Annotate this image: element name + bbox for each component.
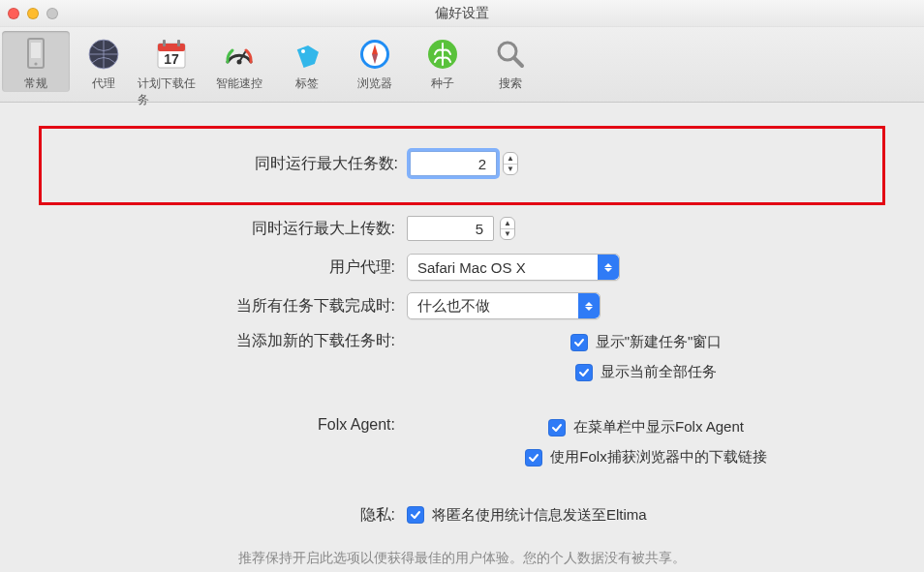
toolbar-proxy[interactable]: 代理 <box>70 31 138 92</box>
svg-rect-6 <box>158 44 185 51</box>
toolbar-tags[interactable]: 标签 <box>273 31 341 92</box>
svg-line-17 <box>514 58 522 66</box>
gauge-icon <box>222 37 257 72</box>
checkbox-label: 显示"新建任务"窗口 <box>596 333 723 351</box>
row-on-complete: 当所有任务下载完成时: 什么也不做 <box>39 290 885 321</box>
search-icon <box>493 37 528 72</box>
max-uploads-stepper[interactable]: ▲ ▼ <box>500 217 515 240</box>
toolbar-general[interactable]: 常规 <box>2 31 70 92</box>
svg-rect-8 <box>177 40 180 46</box>
on-complete-value: 什么也不做 <box>417 297 490 316</box>
highlight-box: 同时运行最大任务数: ▲ ▼ <box>39 126 885 205</box>
checkbox-label: 显示当前全部任务 <box>601 363 717 381</box>
row-max-tasks: 同时运行最大任务数: ▲ ▼ <box>42 148 882 179</box>
toolbar-smart-label: 智能速控 <box>216 75 262 92</box>
stepper-up-icon[interactable]: ▲ <box>501 218 514 229</box>
toolbar: 常规 代理 17 计划下载任务 <box>0 27 924 103</box>
checkbox-capture-links[interactable] <box>525 449 542 467</box>
svg-rect-7 <box>163 40 166 46</box>
svg-point-12 <box>301 49 305 53</box>
checkbox-label: 在菜单栏中显示Folx Agent <box>573 418 744 437</box>
label-privacy: 隐私: <box>39 505 407 526</box>
row-folx-agent: Folx Agent: 在菜单栏中显示Folx Agent 使用Folx捕获浏览… <box>39 414 885 470</box>
checkbox-label: 使用Folx捕获浏览器中的下载链接 <box>550 448 766 467</box>
toolbar-seeds[interactable]: 种子 <box>409 31 477 92</box>
label-max-tasks: 同时运行最大任务数: <box>42 154 410 174</box>
checkbox-anon-stats[interactable] <box>407 506 424 524</box>
label-new-task: 当添加新的下载任务时: <box>39 329 407 351</box>
stepper-down-icon[interactable]: ▼ <box>501 229 514 240</box>
checkbox-label: 将匿名使用统计信息发送至Eltima <box>432 506 647 525</box>
checkbox-menubar-agent[interactable] <box>548 419 566 437</box>
select-arrows-icon <box>578 293 600 318</box>
svg-rect-1 <box>31 43 41 58</box>
toolbar-tags-label: 标签 <box>295 75 319 92</box>
label-user-agent: 用户代理: <box>39 257 407 278</box>
row-new-task: 当添加新的下载任务时: 显示"新建任务"窗口 显示当前全部任务 <box>39 329 885 385</box>
row-user-agent: 用户代理: Safari Mac OS X <box>39 252 885 283</box>
label-max-uploads: 同时运行最大上传数: <box>39 219 407 239</box>
toolbar-seeds-label: 种子 <box>431 75 454 92</box>
checkbox-show-all-tasks[interactable] <box>575 364 593 381</box>
minimize-button[interactable] <box>27 8 39 19</box>
close-button[interactable] <box>8 8 19 19</box>
row-max-uploads: 同时运行最大上传数: ▲ ▼ <box>39 213 885 244</box>
on-complete-select[interactable]: 什么也不做 <box>407 292 601 319</box>
toolbar-browser[interactable]: 浏览器 <box>341 31 409 92</box>
max-uploads-input[interactable] <box>407 216 494 241</box>
label-on-complete: 当所有任务下载完成时: <box>39 296 407 316</box>
toolbar-search-label: 搜索 <box>499 75 522 92</box>
footnote: 推荐保持开启此选项以便获得最佳的用户体验。您的个人数据没有被共享。 <box>39 550 885 567</box>
calendar-icon: 17 <box>154 37 189 72</box>
compass-icon <box>357 37 392 72</box>
max-tasks-stepper[interactable]: ▲ ▼ <box>503 152 518 175</box>
user-agent-select[interactable]: Safari Mac OS X <box>407 254 620 281</box>
stepper-up-icon[interactable]: ▲ <box>504 153 517 165</box>
select-arrows-icon <box>598 255 619 280</box>
toolbar-search[interactable]: 搜索 <box>477 31 544 92</box>
max-tasks-input[interactable] <box>410 151 497 176</box>
maximize-button[interactable] <box>46 8 58 19</box>
globe-icon <box>86 37 121 72</box>
stepper-down-icon[interactable]: ▼ <box>504 165 517 175</box>
traffic-lights <box>8 8 58 19</box>
window-title: 偏好设置 <box>0 5 924 22</box>
toolbar-browser-label: 浏览器 <box>357 75 392 92</box>
svg-point-2 <box>34 62 37 65</box>
toolbar-schedule-label: 计划下载任务 <box>138 75 205 108</box>
toolbar-general-label: 常规 <box>24 75 47 92</box>
tag-icon <box>290 37 324 72</box>
toolbar-smart[interactable]: 智能速控 <box>205 31 273 92</box>
general-icon <box>18 37 53 72</box>
row-privacy: 隐私: 将匿名使用统计信息发送至Eltima <box>39 499 885 530</box>
titlebar: 偏好设置 <box>0 0 924 27</box>
toolbar-schedule[interactable]: 17 计划下载任务 <box>138 31 205 108</box>
svg-text:17: 17 <box>164 51 179 67</box>
toolbar-proxy-label: 代理 <box>92 75 115 92</box>
content: 同时运行最大任务数: ▲ ▼ 同时运行最大上传数: ▲ ▼ 用户代理: Safa… <box>0 103 924 572</box>
user-agent-value: Safari Mac OS X <box>417 259 526 276</box>
seed-icon <box>425 37 460 72</box>
checkbox-show-new-task-window[interactable] <box>570 334 588 351</box>
label-folx-agent: Folx Agent: <box>39 414 407 434</box>
